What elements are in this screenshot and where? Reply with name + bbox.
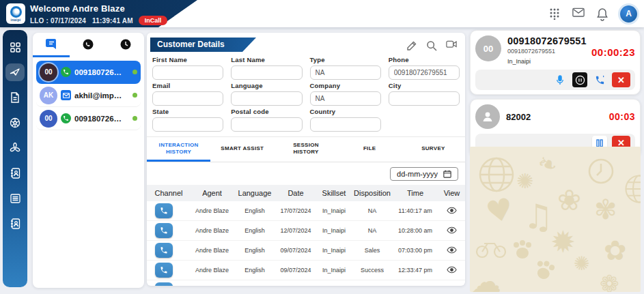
field-company: Company — [310, 82, 381, 106]
channel-call-button[interactable] — [155, 223, 173, 238]
type-input[interactable] — [310, 65, 381, 80]
call-skillset: In_Inaipi — [507, 58, 555, 65]
dialpad-icon[interactable] — [548, 8, 561, 20]
clock-icon — [120, 39, 131, 50]
call-card-primary: 00 00918072679551 00918072679551 In_Inai… — [470, 30, 641, 95]
sidebar-item-dashboard-icon[interactable] — [5, 38, 25, 56]
date-placeholder: dd-mm-yyyy — [397, 170, 438, 178]
sidebar-item-contacts-icon[interactable] — [5, 164, 25, 182]
channel-call-button[interactable] — [155, 203, 173, 218]
sidebar-item-directory-icon[interactable] — [5, 215, 25, 233]
login-status-text: LLO : 07/17/2024 11:39:41 AM — [30, 17, 133, 25]
flower-doodle-icon: ❀ — [557, 186, 581, 215]
hold-button[interactable] — [572, 72, 587, 87]
detail-tabs: INTERACTION HISTORY SMART ASSIST SESSION… — [147, 137, 465, 162]
interaction-history-table: Channel Agent Language Date Skillset Dis… — [147, 185, 465, 286]
nav-sidebar — [3, 30, 27, 287]
burst-doodle-icon: ✺ — [574, 254, 589, 274]
city-input[interactable] — [389, 91, 460, 106]
brand-name: inaipi — [11, 18, 21, 22]
list-item-label: 009180726… — [74, 115, 129, 123]
avatar: AK — [40, 87, 57, 104]
postal-code-input[interactable] — [231, 117, 302, 132]
sidebar-item-reports-icon[interactable] — [5, 190, 25, 207]
list-item-label: 009180726… — [74, 68, 129, 76]
presence-dot — [132, 116, 137, 121]
user-avatar[interactable]: A — [620, 5, 637, 23]
avatar: 00 — [40, 110, 57, 128]
field-email: Email — [152, 82, 223, 106]
clock-doodle-icon — [587, 158, 615, 185]
tab-whatsapp[interactable] — [70, 33, 107, 57]
view-button[interactable] — [447, 207, 457, 214]
tab-file[interactable]: FILE — [338, 137, 402, 162]
burst-doodle-icon: ✺ — [516, 171, 533, 192]
end-call-button[interactable]: ✕ — [612, 72, 630, 87]
col-channel: Channel — [147, 185, 191, 201]
list-item-call-2[interactable]: 00 009180726… — [36, 107, 141, 130]
view-button[interactable] — [447, 246, 457, 254]
panel-title: Customer Details — [150, 38, 256, 52]
edit-icon[interactable] — [406, 40, 417, 51]
tab-interaction-history[interactable]: INTERACTION HISTORY — [147, 137, 210, 162]
music-note-doodle-icon: ♫ — [523, 200, 554, 234]
whatsapp-icon — [83, 39, 94, 50]
video-call-icon[interactable] — [446, 40, 457, 51]
call-actions-bar: ✕ — [475, 70, 635, 90]
mail-icon[interactable] — [572, 8, 585, 20]
sidebar-item-documents-icon[interactable] — [5, 89, 25, 106]
phone-input[interactable] — [389, 65, 460, 80]
sidebar-item-hub-icon[interactable] — [5, 139, 25, 157]
first-name-input[interactable] — [152, 65, 223, 80]
sidebar-item-dialer-icon[interactable] — [5, 63, 25, 81]
tab-smart-assist[interactable]: SMART ASSIST — [210, 137, 274, 162]
chat-icon — [46, 39, 57, 49]
table-row: Andre Blaze English 09/07/2024 In_Inaipi… — [147, 241, 465, 261]
col-date: Date — [276, 185, 316, 201]
paw-doodle-icon — [530, 257, 559, 285]
date-filter-input[interactable]: dd-mm-yyyy — [390, 167, 458, 181]
field-country: Country — [310, 108, 381, 132]
col-time: Time — [392, 185, 438, 201]
state-input[interactable] — [152, 117, 223, 132]
caller-number-sub: 00918072679551 — [507, 48, 555, 55]
country-input[interactable] — [310, 117, 381, 132]
field-postal-code: Postal code — [231, 108, 302, 132]
bell-icon[interactable] — [596, 8, 608, 20]
app-logo[interactable]: inaipi — [6, 3, 25, 24]
channel-call-button[interactable] — [155, 282, 173, 286]
col-language: Language — [234, 185, 276, 201]
welcome-text: Welcome Andre Blaze — [30, 3, 167, 14]
tab-survey[interactable]: SURVEY — [402, 137, 465, 162]
presence-dot — [132, 70, 137, 74]
flower-doodle-icon: ❁ — [600, 272, 619, 292]
tab-session-history[interactable]: SESSION HISTORY — [274, 137, 337, 162]
table-header-row: Channel Agent Language Date Skillset Dis… — [147, 185, 465, 201]
call-channel-icon — [61, 67, 71, 77]
field-state: State — [152, 108, 223, 132]
company-input[interactable] — [310, 91, 381, 106]
sidebar-item-web-icon[interactable] — [5, 114, 25, 132]
view-button[interactable] — [447, 226, 457, 234]
caller-number: 00918072679551 — [507, 35, 635, 46]
petal-doodle-icon: ✾ — [594, 196, 617, 223]
view-button[interactable] — [447, 266, 457, 274]
list-item-email[interactable]: AK akhil@imp… — [36, 84, 141, 107]
tab-call-history[interactable] — [107, 33, 144, 57]
search-icon[interactable] — [426, 40, 437, 51]
field-phone: Phone — [389, 56, 460, 80]
presence-dot — [132, 93, 137, 98]
top-header: inaipi Welcome Andre Blaze LLO : 07/17/2… — [0, 0, 644, 27]
last-name-input[interactable] — [231, 65, 302, 80]
col-view: View — [438, 185, 465, 201]
channel-call-button[interactable] — [155, 243, 173, 258]
list-item-call-1[interactable]: 00 009180726… — [36, 61, 141, 84]
language-input[interactable] — [231, 91, 302, 106]
channel-call-button[interactable] — [155, 263, 173, 278]
email-input[interactable] — [152, 91, 223, 106]
transfer-call-button[interactable] — [592, 72, 607, 87]
field-first-name: First Name — [152, 56, 223, 80]
tab-chat[interactable] — [33, 33, 70, 57]
paw-doodle-icon — [511, 239, 534, 261]
mute-button[interactable] — [552, 72, 568, 87]
